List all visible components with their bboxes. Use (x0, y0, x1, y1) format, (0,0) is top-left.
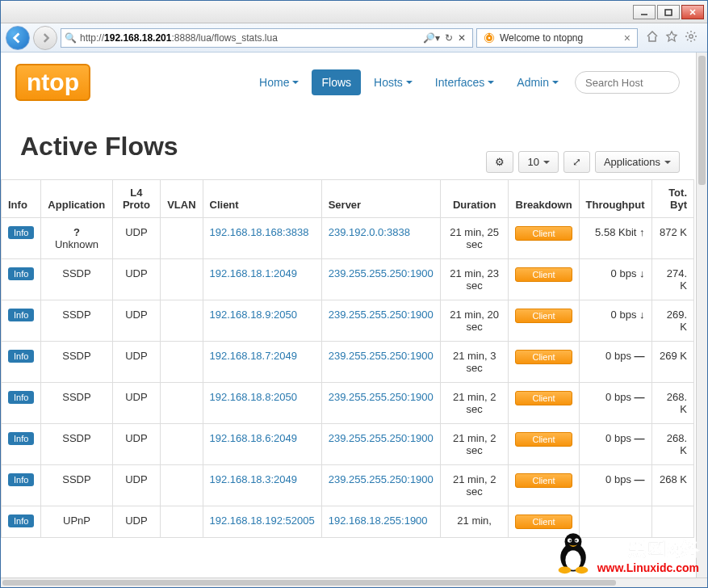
chevron-down-icon (292, 81, 299, 84)
throughput-value: 0 bps (605, 432, 631, 444)
col-duration[interactable]: Duration (440, 180, 509, 218)
cell-l4: UDP (112, 218, 161, 259)
server-link[interactable]: 239.255.255.250:1900 (329, 391, 434, 403)
cell-breakdown: Client (509, 424, 579, 465)
applications-label: Applications (604, 156, 660, 168)
server-link[interactable]: 239.192.0.0:3838 (329, 226, 410, 238)
server-link[interactable]: 239.255.255.250:1900 (329, 350, 434, 362)
info-button[interactable]: Info (8, 514, 34, 527)
nav-item-hosts[interactable]: Hosts (364, 69, 422, 95)
cell-l4: UDP (112, 300, 161, 342)
client-link[interactable]: 192.168.18.6:2049 (210, 432, 297, 444)
breakdown-client-badge: Client (515, 473, 572, 488)
navbar: ntop HomeFlowsHostsInterfacesAdmin (1, 56, 694, 104)
cell-application: UPnP (41, 506, 112, 538)
scrollbar-thumb[interactable] (2, 580, 616, 586)
col-bytes[interactable]: Tot. Byt (651, 180, 693, 218)
cell-l4: UDP (112, 383, 161, 424)
info-button[interactable]: Info (8, 473, 34, 486)
server-link[interactable]: 239.255.255.250:1900 (329, 432, 434, 444)
vertical-scrollbar[interactable] (696, 52, 707, 578)
info-button[interactable]: Info (8, 267, 34, 280)
nav-item-flows[interactable]: Flows (312, 69, 361, 95)
col-breakdown[interactable]: Breakdown (509, 180, 579, 218)
client-link[interactable]: 192.168.18.192:52005 (210, 514, 315, 527)
col-l4[interactable]: L4 Proto (112, 180, 161, 218)
breakdown-client-badge: Client (515, 350, 572, 364)
server-link[interactable]: 192.168.18.255:1900 (329, 514, 428, 527)
browser-tab[interactable]: Welcome to ntopng × (476, 28, 638, 48)
nav-item-admin[interactable]: Admin (507, 69, 568, 95)
cell-bytes: 269. K (651, 300, 693, 342)
l4-proto: UDP (125, 514, 147, 527)
nav-item-label: Home (259, 76, 289, 89)
close-button[interactable] (681, 5, 704, 19)
cell-throughput: 5.58 Kbit ↑ (579, 218, 651, 259)
client-link[interactable]: 192.168.18.168:3838 (210, 226, 309, 238)
col-client[interactable]: Client (203, 180, 321, 218)
server-link[interactable]: 239.255.255.250:1900 (329, 473, 434, 485)
cell-breakdown: Client (509, 218, 579, 259)
logo-text: ntop (15, 64, 90, 101)
cell-duration: 21 min, 25 sec (440, 218, 509, 259)
col-throughput[interactable]: Throughput (579, 180, 651, 218)
cell-client: 192.168.18.3:2049 (203, 465, 321, 506)
info-button[interactable]: Info (8, 391, 34, 404)
col-server[interactable]: Server (321, 180, 440, 218)
duration-value: 21 min, 2 sec (453, 432, 496, 456)
cell-bytes: 269 K (651, 342, 693, 383)
cell-application: SSDP (41, 424, 112, 465)
scrollbar-thumb[interactable] (698, 56, 706, 185)
client-link[interactable]: 192.168.18.3:2049 (210, 473, 297, 485)
forward-button[interactable] (33, 26, 57, 50)
nav-item-home[interactable]: Home (249, 69, 308, 95)
client-link[interactable]: 192.168.18.7:2049 (210, 350, 297, 362)
horizontal-scrollbar[interactable] (1, 578, 707, 587)
client-link[interactable]: 192.168.18.9:2050 (210, 309, 297, 321)
cell-server: 239.255.255.250:1900 (321, 424, 440, 465)
col-info[interactable]: Info (2, 180, 41, 218)
table-header-row: Info Application L4 Proto VLAN Client Se… (2, 180, 694, 218)
bytes-value: 274. K (667, 267, 687, 292)
client-link[interactable]: 192.168.18.8:2050 (210, 391, 297, 403)
cell-duration: 21 min, 3 sec (440, 342, 509, 383)
maximize-button[interactable] (657, 5, 680, 19)
minimize-button[interactable] (633, 5, 656, 19)
cell-breakdown: Client (509, 259, 579, 300)
cell-vlan (161, 506, 203, 538)
info-button[interactable]: Info (8, 226, 34, 239)
logo[interactable]: ntop (15, 61, 112, 104)
server-link[interactable]: 239.255.255.250:1900 (329, 309, 434, 321)
settings-button[interactable]: ⚙ (486, 151, 513, 173)
back-button[interactable] (6, 26, 30, 50)
search-dropdown-icon[interactable]: 🔎▾ (423, 32, 440, 44)
stop-icon[interactable]: ✕ (458, 32, 466, 44)
cell-vlan (161, 465, 203, 506)
info-button[interactable]: Info (8, 350, 34, 363)
home-icon[interactable] (646, 30, 659, 45)
throughput-value: 5.58 Kbit (595, 226, 636, 238)
favorites-icon[interactable] (665, 30, 678, 45)
cell-throughput: 0 bps — (579, 342, 651, 383)
tab-close-icon[interactable]: × (624, 32, 630, 44)
settings-icon[interactable] (685, 30, 698, 45)
col-vlan[interactable]: VLAN (161, 180, 203, 218)
throughput-value: 0 bps (605, 473, 631, 485)
svg-point-7 (689, 35, 693, 38)
client-link[interactable]: 192.168.18.1:2049 (210, 267, 297, 279)
col-application[interactable]: Application (41, 180, 112, 218)
server-link[interactable]: 239.255.255.250:1900 (329, 267, 434, 279)
page-size-button[interactable]: 10 (518, 151, 558, 173)
refresh-icon[interactable]: ↻ (445, 32, 453, 44)
cell-duration: 21 min, 20 sec (440, 300, 509, 342)
url-field[interactable]: 🔍 http://192.168.18.201:8888/lua/flows_s… (61, 28, 473, 48)
applications-button[interactable]: Applications (595, 151, 680, 173)
application-name: SSDP (62, 473, 90, 485)
cell-throughput: 0 bps ↓ (579, 300, 651, 342)
info-button[interactable]: Info (8, 432, 34, 445)
info-button[interactable]: Info (8, 309, 34, 321)
search-input[interactable] (575, 71, 680, 94)
cell-info: Info (2, 506, 41, 538)
expand-button[interactable]: ⤢ (563, 151, 590, 173)
nav-item-interfaces[interactable]: Interfaces (425, 69, 504, 95)
